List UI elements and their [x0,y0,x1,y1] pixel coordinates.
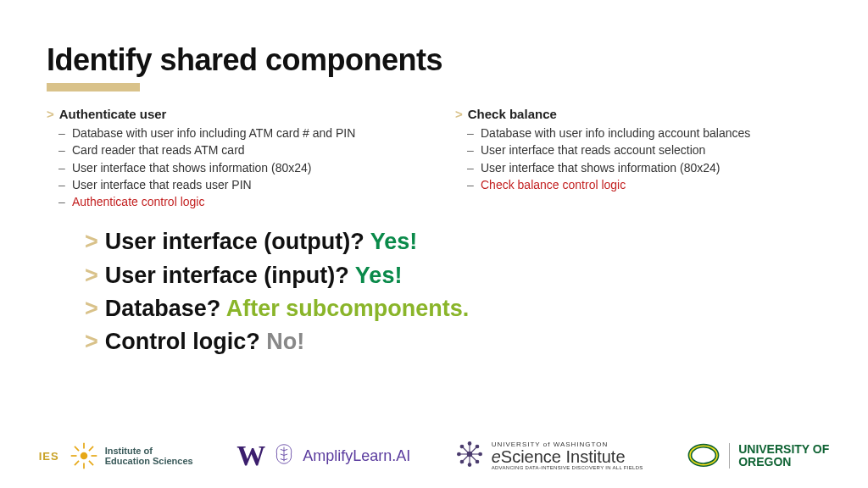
svg-point-27 [690,446,717,464]
answer-text: Yes! [370,229,418,254]
question-item: >User interface (output)? Yes! [85,225,821,258]
logo-amplify: W AmplifyLearn.AI [236,440,410,472]
oregon-o-icon [687,443,721,469]
answer-text: No! [266,329,304,354]
ies-line2: Education Sciences [105,456,193,466]
column-check-balance: >Check balance Database with user info i… [455,107,821,210]
heading-text: Authenticate user [59,107,167,121]
chevron-icon: > [47,107,54,121]
w-icon: W [236,440,265,472]
list-item: Database with user info including accoun… [481,125,821,141]
escience-sub: ADVANCING DATA-INTENSIVE DISCOVERY IN AL… [492,465,643,470]
list-item: User interface that shows information (8… [72,159,413,176]
ies-line1: Institute of [105,446,193,456]
list-item: Card reader that reads ATM card [72,141,413,158]
svg-line-25 [470,454,477,462]
content-columns: >Authenticate user Database with user in… [47,107,821,210]
question-text: Database? [105,296,226,321]
slide: Identify shared components >Authenticate… [0,0,868,488]
chevron-icon: > [455,107,463,121]
heading-authenticate: >Authenticate user [47,107,413,121]
heading-text: Check balance [468,107,557,121]
svg-line-7 [89,446,93,451]
escience-text: UNIVERSITY of WASHINGTON eScience Instit… [492,441,643,470]
svg-point-0 [80,452,87,460]
logo-escience: UNIVERSITY of WASHINGTON eScience Instit… [454,439,643,473]
question-item: >User interface (input)? Yes! [85,259,821,292]
list-check-balance: Database with user info including accoun… [455,125,821,193]
list-item: User interface that reads account select… [481,141,821,158]
chevron-icon: > [85,329,98,354]
svg-line-5 [75,446,79,451]
svg-line-6 [89,461,93,465]
brain-icon [272,442,296,469]
sun-icon [70,441,98,470]
ies-text: Institute of Education Sciences [105,446,193,466]
list-item-highlight: Authenticate control logic [72,193,413,210]
oregon-line1: UNIVERSITY OF [738,443,829,456]
chevron-icon: > [85,296,98,321]
oregon-line2: OREGON [738,456,829,469]
answer-text: Yes! [355,263,403,288]
list-item: User interface that reads user PIN [72,176,413,193]
list-item: Database with user info including ATM ca… [72,125,413,141]
network-icon [454,439,485,473]
question-item: >Database? After subcomponents. [85,292,821,325]
title-underline [47,83,140,92]
slide-title: Identify shared components [47,42,821,78]
svg-line-24 [462,454,470,462]
question-item: >Control logic? No! [85,325,821,358]
question-text: Control logic? [105,329,266,354]
list-authenticate: Database with user info including ATM ca… [47,125,413,210]
chevron-icon: > [85,263,98,288]
amplify-text: AmplifyLearn.AI [303,447,410,465]
question-text: User interface (input)? [105,263,355,288]
oregon-text: UNIVERSITY OF OREGON [729,443,829,468]
logo-ies: IES Institute of Education Sciences [39,441,193,470]
ies-label: IES [39,450,59,463]
chevron-icon: > [85,229,98,254]
list-item: User interface that shows information (8… [481,159,821,176]
svg-line-23 [470,446,477,454]
svg-line-22 [462,446,470,454]
logo-oregon: UNIVERSITY OF OREGON [687,443,829,469]
list-item-highlight: Check balance control logic [481,176,821,193]
column-authenticate: >Authenticate user Database with user in… [47,107,413,210]
answer-text: After subcomponents. [226,296,470,321]
escience-main: eScience Institute [492,448,643,465]
question-text: User interface (output)? [105,229,370,254]
logo-footer: IES Institute of Education Sciences W Am… [0,439,868,473]
svg-line-8 [75,461,79,465]
heading-check-balance: >Check balance [455,107,821,121]
questions-list: >User interface (output)? Yes! >User int… [47,225,821,358]
